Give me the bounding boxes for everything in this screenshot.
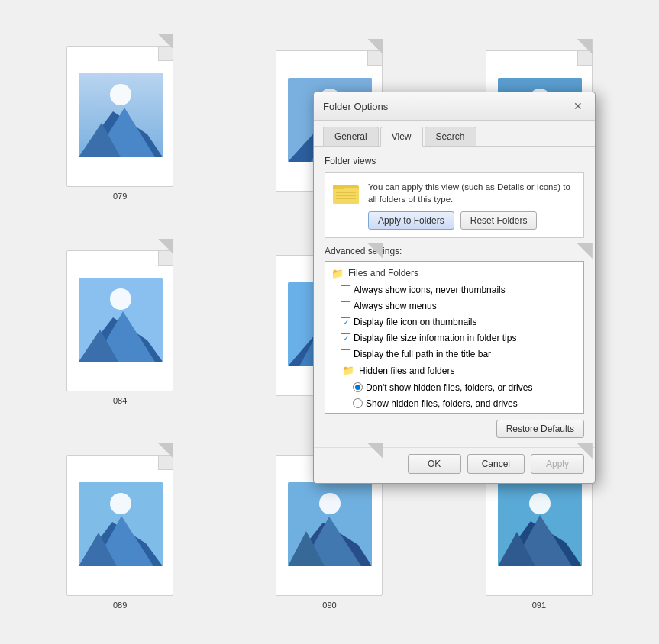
dialog-footer: OK Cancel Apply (314, 447, 595, 483)
tree-label-files-and-folders: Files and Folders (348, 266, 418, 280)
tree-label-always-show-menus: Always show menus (354, 299, 437, 313)
tree-label-hide-empty-drives: Hide empty drives (354, 413, 427, 414)
cancel-button[interactable]: Cancel (467, 454, 525, 474)
tree-label-dont-show-hidden: Don't show hidden files, folders, or dri… (366, 381, 532, 394)
tree-label-display-file-icon: Display file icon on thumbnails (354, 315, 476, 329)
checkmark-display-file-size: ✓ (343, 333, 349, 344)
checkbox-always-show-menus[interactable] (341, 301, 350, 311)
svg-point-32 (319, 493, 341, 514)
tree-item-display-file-icon[interactable]: ✓ Display file icon on thumbnails (325, 314, 583, 330)
folder-icon-hidden: 📁 (342, 363, 354, 378)
tree-item-show-hidden[interactable]: Show hidden files, folders, and drives (325, 395, 583, 411)
tree-label-show-hidden: Show hidden files, folders, and drives (366, 397, 518, 411)
svg-point-37 (529, 493, 551, 514)
svg-point-27 (110, 493, 131, 514)
folder-view-icon-wrap (333, 181, 360, 208)
tree-item-hidden-files-folder: 📁 Hidden files and folders (325, 362, 583, 380)
svg-point-14 (110, 288, 131, 310)
tree-item-display-file-size[interactable]: ✓ Display file size information in folde… (325, 330, 583, 346)
tree-item-hide-empty-drives[interactable]: ✓ Hide empty drives (325, 411, 583, 414)
checkbox-display-file-icon[interactable]: ✓ (341, 317, 350, 327)
folder-views-box: You can apply this view (such as Details… (325, 172, 584, 238)
tab-general[interactable]: General (323, 127, 379, 146)
tab-search[interactable]: Search (425, 127, 476, 146)
file-label-084: 084 (113, 396, 127, 405)
folder-views-label: Folder views (325, 156, 584, 166)
checkbox-display-full-path[interactable] (341, 349, 350, 359)
folder-options-dialog: Folder Options ✕ General View Search Fol… (313, 92, 596, 484)
advanced-settings-label: Advanced settings: (325, 246, 584, 256)
reset-folders-button[interactable]: Reset Folders (460, 211, 538, 230)
checkbox-always-show-icons[interactable] (341, 285, 350, 295)
file-label-089: 089 (113, 601, 127, 610)
tree-item-always-show-icons[interactable]: Always show icons, never thumbnails (325, 282, 583, 298)
folder-icon (333, 181, 360, 205)
checkbox-display-file-size[interactable]: ✓ (341, 333, 350, 343)
file-icon-084[interactable]: 084 (15, 220, 225, 424)
tree-item-display-full-path[interactable]: Display the full path in the title bar (325, 346, 583, 362)
apply-button[interactable]: Apply (531, 454, 584, 474)
svg-rect-46 (336, 198, 356, 199)
dialog-close-button[interactable]: ✕ (570, 98, 586, 114)
svg-rect-45 (336, 195, 356, 196)
svg-rect-43 (333, 185, 344, 189)
file-icon-089[interactable]: 089 (15, 424, 225, 629)
tree-item-dont-show-hidden[interactable]: Don't show hidden files, folders, or dri… (325, 379, 583, 395)
radio-dont-show-hidden[interactable] (353, 382, 363, 392)
dialog-content: Folder views You can apply this view (su… (314, 147, 595, 447)
settings-tree[interactable]: 📁 Files and Folders Always show icons, n… (325, 261, 584, 414)
folder-views-description: You can apply this view (such as Details… (368, 181, 576, 205)
svg-point-1 (110, 84, 131, 105)
dialog-title: Folder Options (323, 101, 388, 112)
folder-icon-small: 📁 (331, 266, 344, 282)
tree-label-display-full-path: Display the full path in the title bar (354, 347, 491, 361)
tree-label-display-file-size: Display file size information in folder … (354, 331, 516, 345)
restore-defaults-button[interactable]: Restore Defaults (496, 420, 584, 438)
checkmark-display-file-icon: ✓ (343, 317, 349, 328)
file-label-091: 091 (532, 601, 546, 610)
file-label-079: 079 (113, 192, 127, 201)
tree-label-always-show-icons: Always show icons, never thumbnails (354, 283, 506, 297)
tab-view[interactable]: View (380, 127, 423, 147)
tree-item-files-and-folders: 📁 Files and Folders (325, 265, 583, 282)
file-label-090: 090 (322, 601, 336, 610)
tree-item-always-show-menus[interactable]: Always show menus (325, 298, 583, 314)
restore-defaults-row: Restore Defaults (325, 420, 584, 438)
tree-label-hidden-files-folder: Hidden files and folders (359, 364, 454, 378)
apply-to-folders-button[interactable]: Apply to Folders (368, 211, 454, 230)
svg-rect-44 (336, 192, 356, 193)
file-icon-079[interactable]: 079 (15, 15, 225, 220)
ok-button[interactable]: OK (408, 454, 461, 474)
dialog-tabs: General View Search (314, 121, 595, 147)
folder-views-buttons: Apply to Folders Reset Folders (368, 211, 576, 230)
dialog-titlebar: Folder Options ✕ (314, 92, 595, 121)
radio-show-hidden[interactable] (353, 398, 363, 408)
